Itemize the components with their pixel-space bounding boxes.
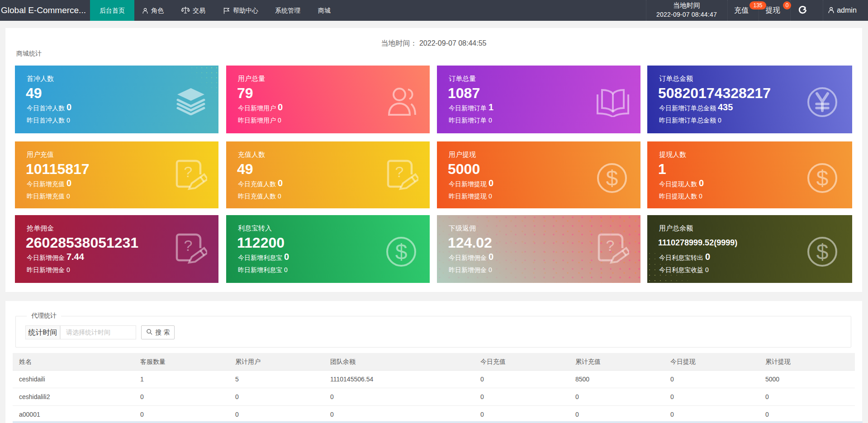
- svg-text:$: $: [606, 166, 618, 190]
- svg-text:$: $: [816, 166, 829, 190]
- svg-text:?: ?: [184, 163, 193, 180]
- svg-text:$: $: [816, 240, 829, 264]
- svg-text:$: $: [395, 240, 408, 264]
- svg-text:?: ?: [606, 237, 615, 254]
- svg-text:?: ?: [395, 163, 404, 180]
- svg-text:?: ?: [184, 237, 193, 254]
